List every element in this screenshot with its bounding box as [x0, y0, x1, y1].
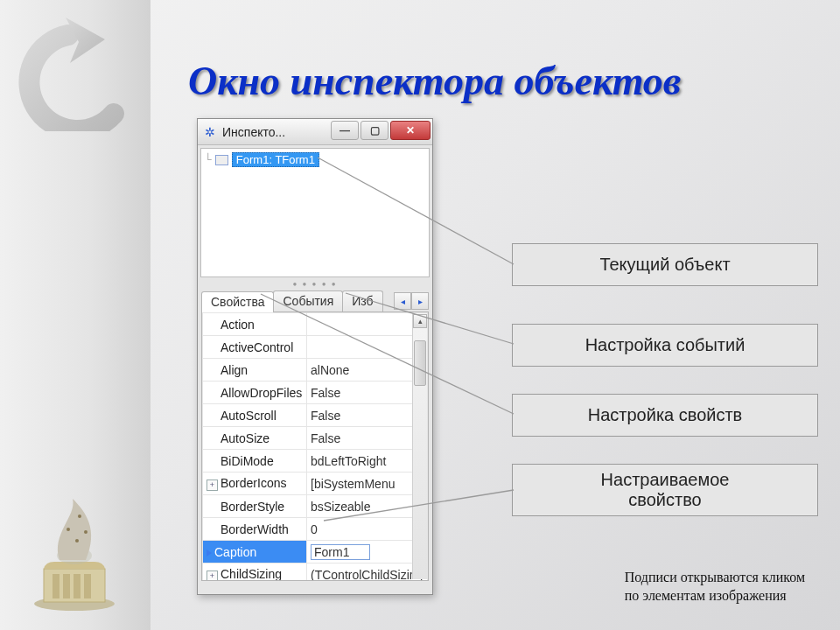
property-row[interactable]: BiDiModebdLeftToRight: [203, 450, 428, 472]
tab-properties[interactable]: Свойства: [201, 291, 274, 312]
property-value[interactable]: (TControlChildSizing: [307, 564, 428, 582]
vertical-scrollbar[interactable]: ▴: [412, 313, 427, 579]
expand-icon[interactable]: +: [206, 480, 218, 491]
tab-bar: Свойства События Изб ◂ ▸: [201, 289, 429, 312]
splitter-handle[interactable]: ● ● ● ● ●: [202, 280, 428, 287]
maximize-icon: ▢: [370, 124, 380, 136]
expand-icon[interactable]: +: [206, 570, 218, 581]
property-name: +BorderIcons: [203, 472, 307, 495]
form-icon: [215, 155, 228, 165]
minimize-button[interactable]: —: [331, 121, 359, 140]
property-value[interactable]: False: [307, 404, 428, 427]
property-name: Align: [203, 359, 307, 382]
property-value[interactable]: False: [307, 427, 428, 450]
property-name: AutoScroll: [203, 404, 307, 427]
property-name: AllowDropFiles: [203, 382, 307, 404]
footnote-line2: по элементам изображения: [625, 586, 805, 606]
property-name: Caption: [203, 541, 307, 564]
property-row[interactable]: +ChildSizing(TControlChildSizing: [203, 564, 428, 582]
minimize-icon: —: [340, 124, 350, 136]
svg-point-9: [78, 514, 81, 518]
property-value[interactable]: [307, 313, 428, 336]
svg-rect-5: [74, 574, 80, 598]
callout-events[interactable]: Настройка событий: [512, 324, 818, 367]
tree-branch-icon: └: [205, 153, 212, 166]
chevron-up-icon: ▴: [418, 317, 423, 326]
property-value[interactable]: [307, 336, 428, 359]
property-row[interactable]: BorderWidth0: [203, 518, 428, 541]
property-value[interactable]: bsSizeable: [307, 495, 428, 518]
property-row[interactable]: BorderStylebsSizeable: [203, 495, 428, 518]
window-title-text: Инспекто...: [222, 125, 285, 139]
selection-arrow-icon: [206, 550, 212, 556]
window-titlebar[interactable]: ✲ Инспекто... — ▢ ✕: [198, 119, 432, 145]
tree-item-form1[interactable]: └ Form1: TForm1: [205, 152, 425, 167]
tab-scroll-left[interactable]: ◂: [394, 292, 411, 310]
object-inspector-window: ✲ Инспекто... — ▢ ✕ └ Form1: TForm1 ● ● …: [197, 118, 433, 595]
slide-title: Окно инспектора объектов: [188, 58, 681, 104]
tab-favorites[interactable]: Изб: [342, 290, 382, 312]
chevron-right-icon: ▸: [418, 297, 423, 306]
property-row[interactable]: CaptionForm1: [203, 541, 428, 564]
tab-events[interactable]: События: [273, 290, 343, 312]
chevron-left-icon: ◂: [401, 297, 405, 306]
tree-item-label: Form1: TForm1: [232, 152, 319, 167]
value-editor[interactable]: Form1: [311, 544, 370, 560]
property-value[interactable]: [biSystemMenu: [307, 472, 428, 495]
svg-point-10: [75, 539, 79, 542]
property-row[interactable]: +BorderIcons[biSystemMenu: [203, 472, 428, 495]
tab-scroll-right[interactable]: ▸: [411, 292, 429, 310]
property-row[interactable]: AlignalNone: [203, 359, 428, 382]
property-name: Action: [203, 313, 307, 336]
footnote-line1: Подписи открываются кликом: [625, 568, 805, 587]
svg-point-11: [84, 530, 88, 534]
property-name: ActiveControl: [203, 336, 307, 359]
property-value[interactable]: False: [307, 382, 428, 404]
grip-icon: ● ● ● ● ●: [292, 280, 337, 288]
callout-current-object[interactable]: Текущий объект: [512, 243, 818, 286]
property-row[interactable]: Action: [203, 313, 428, 336]
close-icon: ✕: [406, 124, 415, 136]
property-row[interactable]: AllowDropFilesFalse: [203, 382, 428, 404]
property-row[interactable]: ActiveControl: [203, 336, 428, 359]
property-name: +ChildSizing: [203, 564, 307, 582]
maximize-button[interactable]: ▢: [360, 121, 388, 140]
back-arrow-decoration: [18, 18, 140, 131]
callout-properties[interactable]: Настройка свойств: [512, 394, 818, 437]
property-grid[interactable]: ActionActiveControlAlignalNoneAllowDropF…: [201, 312, 429, 581]
property-value[interactable]: 0: [307, 518, 428, 541]
svg-rect-4: [63, 574, 70, 598]
scroll-up-button[interactable]: ▴: [413, 314, 427, 328]
svg-rect-6: [84, 574, 91, 598]
property-row[interactable]: AutoSizeFalse: [203, 427, 428, 450]
property-value[interactable]: bdLeftToRight: [307, 450, 428, 472]
callout-selected-property[interactable]: Настраиваемое свойство: [512, 464, 818, 516]
property-name: BorderWidth: [203, 518, 307, 541]
footnote: Подписи открываются кликом по элементам …: [625, 568, 805, 606]
close-button[interactable]: ✕: [390, 121, 430, 140]
property-value[interactable]: alNone: [307, 359, 428, 382]
svg-rect-3: [52, 574, 60, 598]
property-row[interactable]: AutoScrollFalse: [203, 404, 428, 427]
app-icon: ✲: [201, 123, 219, 141]
property-value[interactable]: Form1: [307, 541, 428, 564]
property-name: AutoSize: [203, 427, 307, 450]
property-name: BorderStyle: [203, 495, 307, 518]
property-name: BiDiMode: [203, 450, 307, 472]
svg-point-8: [66, 528, 70, 531]
pedestal-decoration: [26, 472, 122, 612]
scroll-thumb[interactable]: [414, 340, 426, 386]
component-tree[interactable]: └ Form1: TForm1: [200, 148, 430, 277]
